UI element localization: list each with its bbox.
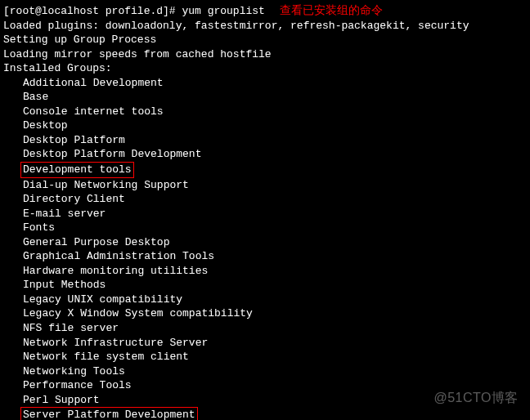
- highlighted-group: Server Platform Development: [20, 407, 198, 420]
- group-item: Dial-up Networking Support: [3, 178, 527, 193]
- group-item: Server Platform Development: [3, 407, 527, 420]
- output-line: Installed Groups:: [3, 61, 527, 76]
- group-item: Network Infrastructure Server: [3, 336, 527, 351]
- command-line[interactable]: [root@localhost profile.d]# yum grouplis…: [3, 2, 527, 19]
- highlighted-group: Development tools: [20, 162, 134, 178]
- group-item: Networking Tools: [3, 364, 527, 379]
- watermark: @51CTO博客: [433, 389, 519, 407]
- annotation-text: 查看已安装组的命令: [280, 3, 383, 16]
- group-item: General Purpose Desktop: [3, 235, 527, 250]
- typed-command: yum grouplist: [182, 5, 264, 17]
- group-item: Directory Client: [3, 192, 527, 207]
- group-item: Legacy X Window System compatibility: [3, 306, 527, 321]
- group-item: NFS file server: [3, 321, 527, 336]
- output-line: Setting up Group Process: [3, 33, 527, 47]
- group-item: Hardware monitoring utilities: [3, 264, 527, 279]
- shell-prompt: [root@localhost profile.d]#: [3, 5, 182, 17]
- group-item: Desktop: [3, 118, 527, 133]
- group-item: Network file system client: [3, 350, 527, 364]
- group-item: Additional Development: [3, 76, 527, 91]
- group-item: Legacy UNIX compatibility: [3, 293, 527, 307]
- group-item: Base: [3, 90, 527, 105]
- output-line: Loading mirror speeds from cached hostfi…: [3, 47, 527, 62]
- output-block: Loaded plugins: downloadonly, fastestmir…: [3, 19, 527, 76]
- group-item: Input Methods: [3, 278, 527, 293]
- group-item: Console internet tools: [3, 105, 527, 119]
- group-item: Desktop Platform Development: [3, 147, 527, 162]
- output-line: Loaded plugins: downloadonly, fastestmir…: [3, 19, 527, 34]
- group-item: Fonts: [3, 221, 527, 235]
- group-item: Desktop Platform: [3, 133, 527, 148]
- group-item: Graphical Administration Tools: [3, 249, 527, 264]
- groups-block: Additional DevelopmentBaseConsole intern…: [3, 76, 527, 420]
- group-item: Development tools: [3, 162, 527, 178]
- group-item: E-mail server: [3, 207, 527, 221]
